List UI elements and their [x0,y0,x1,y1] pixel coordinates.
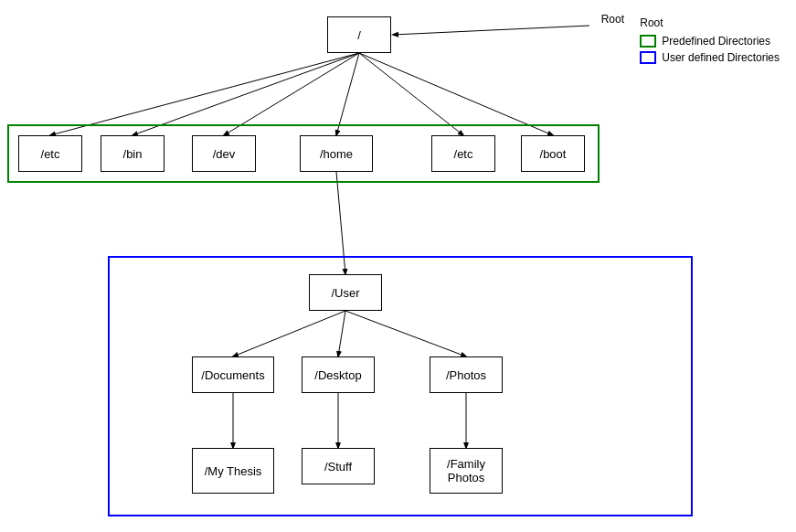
user-legend-box [640,51,656,64]
photos-node: /Photos [430,356,503,393]
predefined-legend-box [640,35,656,48]
root-label-text: Root [640,16,780,29]
bin-node: /bin [101,135,165,172]
boot-node: /boot [521,135,585,172]
etc2-node: /etc [431,135,495,172]
svg-line-4 [336,53,359,135]
svg-line-3 [224,53,359,135]
etc1-node: /etc [18,135,82,172]
svg-line-2 [133,53,359,135]
home-node: /home [300,135,373,172]
user-legend-label: User defined Directories [662,51,780,64]
svg-line-6 [359,53,553,135]
svg-line-1 [50,53,359,135]
diagram: Root Predefined Directories User defined… [0,0,796,532]
documents-node: /Documents [192,356,274,393]
stuff-node: /Stuff [302,448,375,484]
predefined-legend-label: Predefined Directories [662,35,770,48]
familyphotos-node: /Family Photos [430,448,503,494]
root-node: / [327,16,391,53]
user-legend-item: User defined Directories [640,51,780,64]
legend: Root Predefined Directories User defined… [640,16,780,68]
mythesis-node: /My Thesis [192,448,274,494]
dev-node: /dev [192,135,256,172]
predefined-legend-item: Predefined Directories [640,35,780,48]
svg-line-5 [359,53,463,135]
root-node-label: Root [601,13,624,26]
user-node: /User [309,274,382,311]
svg-line-0 [393,26,589,35]
desktop-node: /Desktop [302,356,375,393]
